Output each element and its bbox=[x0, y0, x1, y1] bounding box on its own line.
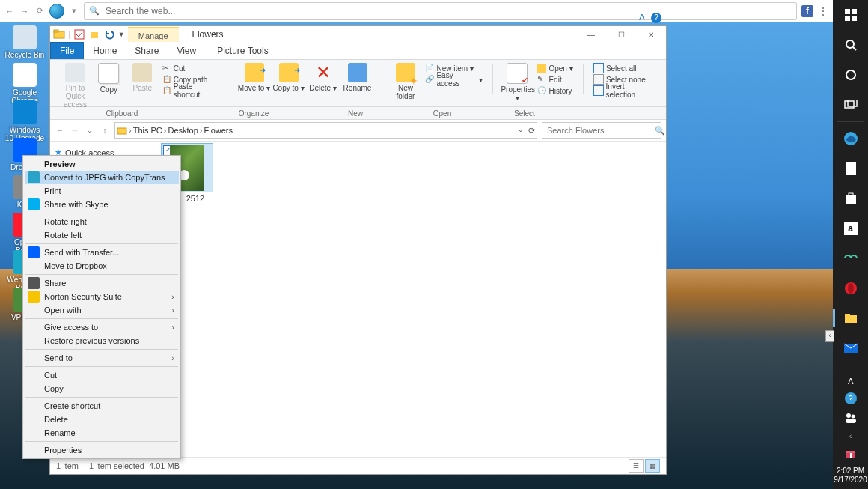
taskbar-link-icon[interactable] bbox=[833, 243, 868, 273]
taskbar-document-icon[interactable] bbox=[833, 154, 868, 183]
qat-properties-icon[interactable] bbox=[73, 28, 85, 40]
nav-recent-icon[interactable]: ⌄ bbox=[85, 127, 95, 134]
context-menu-item[interactable]: Properties bbox=[25, 443, 179, 457]
context-menu-item[interactable]: Create shortcut bbox=[25, 399, 179, 413]
tab-file[interactable]: File bbox=[50, 42, 84, 59]
delete-button[interactable]: ✕ Delete ▾ bbox=[307, 63, 340, 92]
context-menu-item[interactable]: Delete bbox=[25, 413, 179, 426]
move-to-button[interactable]: ➜ Move to ▾ bbox=[238, 63, 271, 92]
new-folder-button[interactable]: ✦ New folder bbox=[389, 63, 421, 100]
context-menu-item[interactable]: Send with Transfer... bbox=[25, 246, 179, 259]
properties-button[interactable]: ✔ Properties ▾ bbox=[501, 63, 534, 102]
ie-icon[interactable] bbox=[49, 4, 64, 19]
tab-home[interactable]: Home bbox=[84, 43, 126, 59]
crumb-this-pc[interactable]: This PC bbox=[133, 126, 162, 135]
taskbar-opera-icon[interactable] bbox=[833, 273, 868, 303]
select-all-button[interactable]: Select all bbox=[591, 63, 657, 73]
context-menu-item[interactable]: Send to› bbox=[25, 351, 179, 365]
nav-up-icon[interactable]: ↑ bbox=[100, 126, 110, 135]
copy-button[interactable]: Copy bbox=[93, 63, 125, 94]
ie-dropdown-icon[interactable]: ▾ bbox=[69, 6, 79, 16]
refresh-icon[interactable]: ⟳ bbox=[528, 126, 535, 136]
browser-menu-icon[interactable]: ⋮ bbox=[818, 5, 828, 17]
context-menu-item[interactable]: Open with› bbox=[25, 303, 179, 317]
view-details-button[interactable]: ☰ bbox=[629, 459, 644, 473]
desktop-icon[interactable]: Recycle Bin bbox=[4, 25, 45, 59]
taskbar-store-icon[interactable] bbox=[833, 183, 868, 213]
explorer-search-input[interactable] bbox=[545, 125, 652, 136]
minimize-button[interactable]: — bbox=[576, 26, 606, 43]
tray-more-icon[interactable]: ‹ bbox=[833, 428, 868, 444]
window-title: Flowers bbox=[192, 29, 224, 40]
qat-newfolder-icon[interactable] bbox=[88, 28, 100, 40]
crumb-dropdown-icon[interactable]: ⌄ bbox=[518, 126, 524, 136]
context-menu-item[interactable]: Copy bbox=[25, 382, 179, 395]
context-menu-item[interactable]: Rename bbox=[25, 426, 179, 440]
svg-rect-2 bbox=[75, 30, 84, 39]
copy-to-button[interactable]: ➜ Copy to ▾ bbox=[272, 63, 305, 92]
ribbon-help-icon[interactable]: ? bbox=[651, 13, 661, 23]
taskbar-explorer-icon[interactable] bbox=[833, 303, 868, 333]
rename-button[interactable]: Rename bbox=[341, 63, 374, 92]
tray-expand-icon[interactable]: ᐱ bbox=[833, 374, 868, 389]
history-button[interactable]: 🕒History bbox=[535, 85, 575, 96]
taskbar-mail-icon[interactable] bbox=[833, 333, 868, 363]
task-view-icon[interactable] bbox=[833, 90, 868, 120]
paste-button[interactable]: Paste bbox=[126, 63, 159, 92]
tab-contextual-manage[interactable]: Manage bbox=[128, 27, 179, 42]
view-large-icons-button[interactable]: ▦ bbox=[645, 459, 660, 473]
tab-picture-tools[interactable]: Picture Tools bbox=[208, 43, 277, 59]
tray-security-icon[interactable]: ? bbox=[833, 389, 868, 408]
tab-view[interactable]: View bbox=[168, 43, 205, 59]
taskbar-edge-icon[interactable] bbox=[833, 124, 868, 154]
easy-access-button[interactable]: 🔗Easy access ▾ bbox=[423, 74, 485, 85]
crumb-flowers[interactable]: Flowers bbox=[204, 126, 233, 135]
breadcrumb[interactable]: › This PC › Desktop › Flowers ⌄ ⟳ bbox=[114, 122, 537, 139]
maximize-button[interactable]: ☐ bbox=[606, 26, 636, 43]
context-menu-item[interactable]: Norton Security Suite› bbox=[25, 290, 179, 303]
explorer-titlebar: | ▼ Manage Flowers — ☐ ✕ bbox=[50, 26, 666, 43]
file-list[interactable]: ✓ xxxx2512 bbox=[155, 142, 666, 457]
tray-gift-icon[interactable] bbox=[833, 444, 868, 464]
reload-icon[interactable]: ⟳ bbox=[34, 6, 45, 16]
start-icon[interactable] bbox=[833, 0, 868, 30]
context-menu-item[interactable]: Rotate right bbox=[25, 215, 179, 228]
nav-forward-icon[interactable]: → bbox=[70, 126, 80, 135]
taskbar-amazon-icon[interactable]: a bbox=[833, 213, 868, 243]
browser-search[interactable]: 🔍 bbox=[84, 2, 797, 20]
nav-back-icon[interactable]: ← bbox=[55, 126, 65, 135]
explorer-search[interactable]: 🔍 bbox=[542, 122, 661, 139]
forward-icon[interactable]: → bbox=[19, 6, 30, 16]
crumb-desktop[interactable]: Desktop bbox=[168, 126, 198, 135]
qat-dropdown-icon[interactable]: ▼ bbox=[118, 31, 125, 38]
search-input[interactable] bbox=[104, 5, 792, 17]
ribbon-collapse-icon[interactable]: ᐱ bbox=[639, 13, 645, 23]
open-button[interactable]: Open ▾ bbox=[535, 63, 575, 73]
context-menu-item[interactable]: Give access to› bbox=[25, 321, 179, 334]
tab-share[interactable]: Share bbox=[126, 43, 168, 59]
desktop-icon[interactable]: Google Chrome bbox=[4, 63, 45, 105]
tray-people-icon[interactable] bbox=[833, 408, 868, 428]
cortana-icon[interactable] bbox=[833, 60, 868, 90]
context-menu-item[interactable]: Cut bbox=[25, 368, 179, 382]
close-button[interactable]: ✕ bbox=[636, 26, 666, 43]
context-menu-item[interactable]: Print bbox=[25, 184, 179, 198]
context-menu-item[interactable]: Share with Skype bbox=[25, 198, 179, 211]
edit-button[interactable]: ✎Edit bbox=[535, 74, 575, 85]
invert-selection-button[interactable]: Invert selection bbox=[591, 85, 657, 96]
new-item-icon: 📄 bbox=[425, 64, 434, 73]
pin-quick-access-button[interactable]: Pin to Quick access bbox=[59, 63, 91, 109]
cut-button[interactable]: ✂Cut bbox=[160, 63, 222, 73]
context-menu-item[interactable]: Share bbox=[25, 276, 179, 290]
back-icon[interactable]: ← bbox=[4, 6, 15, 16]
qat-undo-icon[interactable] bbox=[103, 28, 115, 40]
facebook-icon[interactable]: f bbox=[801, 5, 813, 17]
context-menu-item[interactable]: Restore previous versions bbox=[25, 334, 179, 347]
tray-clock[interactable]: 2:02 PM 9/17/2020 bbox=[833, 464, 868, 488]
search-icon[interactable] bbox=[833, 30, 868, 60]
paste-shortcut-button[interactable]: 📋Paste shortcut bbox=[160, 85, 222, 96]
context-menu-item[interactable]: Rotate left bbox=[25, 228, 179, 242]
context-menu-item[interactable]: Preview bbox=[25, 157, 179, 171]
context-menu-item[interactable]: Move to Dropbox bbox=[25, 259, 179, 273]
context-menu-item[interactable]: Convert to JPEG with CopyTrans bbox=[25, 171, 179, 184]
